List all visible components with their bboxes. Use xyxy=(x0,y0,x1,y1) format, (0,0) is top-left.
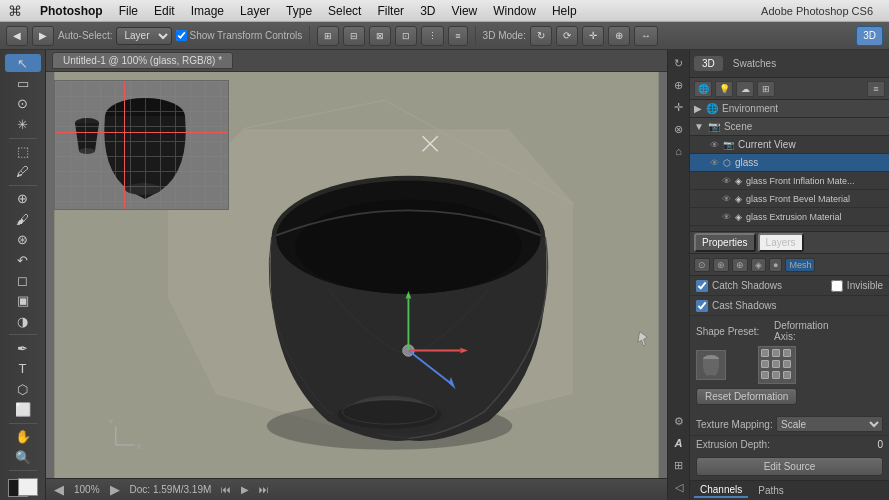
align-bottom-btn[interactable]: ≡ xyxy=(448,26,467,46)
align-right-btn[interactable]: ⊠ xyxy=(369,26,391,46)
layer-select[interactable]: Layer Group xyxy=(116,27,172,45)
tool-shape[interactable]: ⬜ xyxy=(5,400,41,418)
status-media-prev[interactable]: ⏮ xyxy=(221,484,231,495)
tool-lasso[interactable]: ⊙ xyxy=(5,95,41,113)
status-prev-btn[interactable]: ◀ xyxy=(54,482,64,497)
panel-icon-light[interactable]: 💡 xyxy=(715,81,733,97)
panel-ai-btn[interactable]: A xyxy=(670,434,688,452)
menu-type[interactable]: Type xyxy=(278,2,320,20)
align-top-btn[interactable]: ⊡ xyxy=(395,26,417,46)
3d-label-btn[interactable]: 3D xyxy=(856,26,883,46)
tab-paths[interactable]: Paths xyxy=(752,484,790,497)
3d-zoom-btn[interactable]: ⊕ xyxy=(608,26,630,46)
menu-layer[interactable]: Layer xyxy=(232,2,278,20)
panel-icon-globe[interactable]: 🌐 xyxy=(694,81,712,97)
align-center-btn[interactable]: ⊟ xyxy=(343,26,365,46)
eye-icon-glass[interactable]: 👁 xyxy=(710,158,719,168)
tab-3d[interactable]: 3D xyxy=(694,56,723,71)
prop-icon-5[interactable]: ● xyxy=(769,258,782,272)
tool-pen[interactable]: ✒ xyxy=(5,339,41,357)
menu-view[interactable]: View xyxy=(443,2,485,20)
tree-environment-header[interactable]: ▶ 🌐 Environment xyxy=(690,100,889,118)
panel-icon-grid[interactable]: ⊞ xyxy=(757,81,775,97)
tool-marquee[interactable]: ▭ xyxy=(5,74,41,92)
prop-icon-4[interactable]: ◈ xyxy=(751,258,766,272)
menu-3d[interactable]: 3D xyxy=(412,2,443,20)
tool-path[interactable]: ⬡ xyxy=(5,380,41,398)
menu-file[interactable]: File xyxy=(111,2,146,20)
panel-menu-btn[interactable]: ≡ xyxy=(867,81,885,97)
show-transform-checkbox[interactable] xyxy=(176,30,187,41)
cast-shadows-checkbox[interactable] xyxy=(696,300,708,312)
eye-icon-mat2[interactable]: 👁 xyxy=(722,194,731,204)
tool-gradient[interactable]: ▣ xyxy=(5,292,41,310)
panel-orbit-btn[interactable]: ⊕ xyxy=(670,76,688,94)
tree-glass-front-inflation[interactable]: 👁 ◈ glass Front Inflation Mate... xyxy=(690,172,889,190)
tool-history[interactable]: ↶ xyxy=(5,251,41,269)
menu-image[interactable]: Image xyxy=(183,2,232,20)
menu-select[interactable]: Select xyxy=(320,2,369,20)
tab-swatches[interactable]: Swatches xyxy=(725,56,784,71)
options-forward-btn[interactable]: ▶ xyxy=(32,26,54,46)
prop-icon-3[interactable]: ⊕ xyxy=(732,258,748,272)
eye-icon-mat3[interactable]: 👁 xyxy=(722,212,731,222)
tree-glass[interactable]: 👁 ⬡ glass xyxy=(690,154,889,172)
tool-crop[interactable]: ⬚ xyxy=(5,142,41,160)
3d-roll-btn[interactable]: ⟳ xyxy=(556,26,578,46)
status-play[interactable]: ▶ xyxy=(241,484,249,495)
panel-home-btn[interactable]: ⌂ xyxy=(670,142,688,160)
panel-extra-btn[interactable]: ⊞ xyxy=(670,456,688,474)
shape-preset-box[interactable] xyxy=(696,350,726,380)
tool-move[interactable]: ↖ xyxy=(5,54,41,72)
prop-icon-mesh[interactable]: Mesh xyxy=(785,258,815,272)
apple-menu[interactable]: ⌘ xyxy=(8,3,22,19)
tree-glass-extrusion[interactable]: 👁 ◈ glass Extrusion Material xyxy=(690,208,889,226)
edit-source-btn[interactable]: Edit Source xyxy=(696,457,883,476)
tree-glass-front-bevel[interactable]: 👁 ◈ glass Front Bevel Material xyxy=(690,190,889,208)
tool-magic-wand[interactable]: ✳ xyxy=(5,115,41,133)
tool-dodge[interactable]: ◑ xyxy=(5,312,41,330)
panel-icon-cloud[interactable]: ☁ xyxy=(736,81,754,97)
tool-eraser[interactable]: ◻ xyxy=(5,271,41,289)
tool-brush[interactable]: 🖌 xyxy=(5,210,41,228)
status-next-btn[interactable]: ▶ xyxy=(110,482,120,497)
panel-collapse-btn[interactable]: ◁ xyxy=(670,478,688,496)
tool-heal[interactable]: ⊕ xyxy=(5,190,41,208)
align-vcenter-btn[interactable]: ⋮ xyxy=(421,26,444,46)
reset-deformation-btn[interactable]: Reset Deformation xyxy=(696,388,797,405)
catch-shadows-checkbox[interactable] xyxy=(696,280,708,292)
panel-settings-btn[interactable]: ⚙ xyxy=(670,412,688,430)
tab-channels[interactable]: Channels xyxy=(694,483,748,498)
menu-edit[interactable]: Edit xyxy=(146,2,183,20)
deformation-grid[interactable] xyxy=(758,346,796,384)
menu-filter[interactable]: Filter xyxy=(369,2,412,20)
3d-mode-btn[interactable]: ↻ xyxy=(530,26,552,46)
panel-zoom-btn[interactable]: ⊗ xyxy=(670,120,688,138)
invisible-checkbox[interactable] xyxy=(831,280,843,292)
prop-tab-layers[interactable]: Layers xyxy=(758,233,804,252)
tree-scene-header[interactable]: ▼ 📷 Scene xyxy=(690,118,889,136)
prop-icon-1[interactable]: ⊙ xyxy=(694,258,710,272)
panel-rotate-btn[interactable]: ↻ xyxy=(670,54,688,72)
canvas-bg[interactable]: X Y xyxy=(46,72,667,478)
eye-icon-view[interactable]: 👁 xyxy=(710,140,719,150)
prop-tab-properties[interactable]: Properties xyxy=(694,233,756,252)
menu-help[interactable]: Help xyxy=(544,2,585,20)
eye-icon-mat1[interactable]: 👁 xyxy=(722,176,731,186)
tool-eyedrop[interactable]: 🖊 xyxy=(5,163,41,181)
menu-window[interactable]: Window xyxy=(485,2,544,20)
background-color[interactable] xyxy=(18,478,38,496)
menu-photoshop[interactable]: Photoshop xyxy=(32,2,111,20)
tool-hand[interactable]: ✋ xyxy=(5,427,41,445)
3d-pan-btn[interactable]: ↔ xyxy=(634,26,658,46)
tool-type[interactable]: T xyxy=(5,360,41,378)
tool-clone[interactable]: ⊛ xyxy=(5,231,41,249)
3d-drag-btn[interactable]: ✛ xyxy=(582,26,604,46)
align-left-btn[interactable]: ⊞ xyxy=(317,26,339,46)
tree-current-view[interactable]: 👁 📷 Current View xyxy=(690,136,889,154)
prop-icon-2[interactable]: ⊛ xyxy=(713,258,729,272)
texture-mapping-select[interactable]: Scale Tile UV xyxy=(776,416,883,432)
options-back-btn[interactable]: ◀ xyxy=(6,26,28,46)
panel-pan-btn[interactable]: ✛ xyxy=(670,98,688,116)
doc-tab[interactable]: Untitled-1 @ 100% (glass, RGB/8) * xyxy=(52,52,233,69)
